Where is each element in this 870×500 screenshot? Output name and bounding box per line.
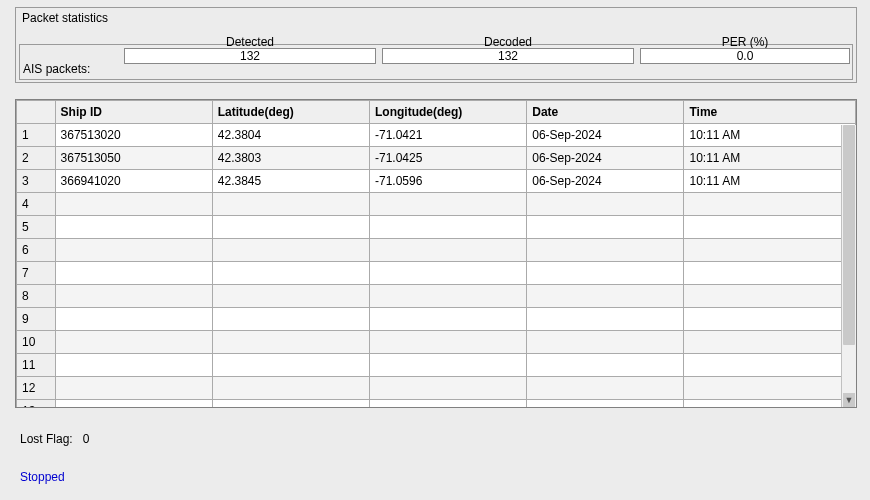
cell-latitude[interactable]: 42.3804 (212, 124, 369, 147)
cell-ship-id[interactable] (55, 216, 212, 239)
row-index[interactable]: 5 (17, 216, 56, 239)
cell-ship-id[interactable] (55, 400, 212, 408)
cell-ship-id[interactable] (55, 262, 212, 285)
cell-date[interactable] (527, 354, 684, 377)
cell-time[interactable] (684, 308, 856, 331)
header-ship-id[interactable]: Ship ID (55, 101, 212, 124)
cell-time[interactable]: 10:11 AM (684, 147, 856, 170)
cell-ship-id[interactable] (55, 239, 212, 262)
cell-date[interactable] (527, 331, 684, 354)
cell-time[interactable] (684, 354, 856, 377)
cell-latitude[interactable]: 42.3803 (212, 147, 369, 170)
header-index[interactable] (17, 101, 56, 124)
table-row[interactable]: 8 (17, 285, 856, 308)
table-row[interactable]: 7 (17, 262, 856, 285)
table-row[interactable]: 6 (17, 239, 856, 262)
cell-ship-id[interactable]: 366941020 (55, 170, 212, 193)
table-row[interactable]: 13 (17, 400, 856, 408)
table-row[interactable]: 9 (17, 308, 856, 331)
scrollbar-thumb[interactable] (843, 125, 855, 345)
row-index[interactable]: 9 (17, 308, 56, 331)
row-index[interactable]: 1 (17, 124, 56, 147)
table-row[interactable]: 136751302042.3804-71.042106-Sep-202410:1… (17, 124, 856, 147)
table-row[interactable]: 10 (17, 331, 856, 354)
cell-latitude[interactable] (212, 400, 369, 408)
cell-latitude[interactable] (212, 308, 369, 331)
table-row[interactable]: 5 (17, 216, 856, 239)
row-index[interactable]: 4 (17, 193, 56, 216)
header-date[interactable]: Date (527, 101, 684, 124)
cell-latitude[interactable] (212, 285, 369, 308)
cell-time[interactable] (684, 331, 856, 354)
cell-ship-id[interactable]: 367513020 (55, 124, 212, 147)
row-index[interactable]: 13 (17, 400, 56, 408)
cell-date[interactable]: 06-Sep-2024 (527, 124, 684, 147)
cell-longitude[interactable]: -71.0596 (370, 170, 527, 193)
cell-time[interactable] (684, 400, 856, 408)
cell-time[interactable] (684, 262, 856, 285)
row-index[interactable]: 10 (17, 331, 56, 354)
cell-date[interactable] (527, 308, 684, 331)
cell-date[interactable]: 06-Sep-2024 (527, 147, 684, 170)
cell-time[interactable]: 10:11 AM (684, 170, 856, 193)
cell-longitude[interactable] (370, 400, 527, 408)
table-row[interactable]: 12 (17, 377, 856, 400)
cell-ship-id[interactable]: 367513050 (55, 147, 212, 170)
cell-date[interactable] (527, 262, 684, 285)
row-index[interactable]: 3 (17, 170, 56, 193)
cell-longitude[interactable] (370, 262, 527, 285)
cell-longitude[interactable] (370, 377, 527, 400)
row-index[interactable]: 6 (17, 239, 56, 262)
cell-ship-id[interactable] (55, 331, 212, 354)
cell-latitude[interactable] (212, 216, 369, 239)
cell-date[interactable] (527, 285, 684, 308)
cell-longitude[interactable] (370, 239, 527, 262)
cell-date[interactable] (527, 377, 684, 400)
header-time[interactable]: Time (684, 101, 856, 124)
cell-ship-id[interactable] (55, 193, 212, 216)
cell-date[interactable] (527, 216, 684, 239)
scroll-down-arrow[interactable]: ▼ (843, 393, 855, 407)
cell-latitude[interactable] (212, 331, 369, 354)
cell-time[interactable] (684, 239, 856, 262)
cell-longitude[interactable]: -71.0425 (370, 147, 527, 170)
cell-date[interactable] (527, 400, 684, 408)
cell-longitude[interactable] (370, 308, 527, 331)
cell-longitude[interactable]: -71.0421 (370, 124, 527, 147)
cell-date[interactable]: 06-Sep-2024 (527, 170, 684, 193)
cell-ship-id[interactable] (55, 377, 212, 400)
cell-longitude[interactable] (370, 216, 527, 239)
cell-time[interactable] (684, 377, 856, 400)
row-index[interactable]: 7 (17, 262, 56, 285)
table-row[interactable]: 11 (17, 354, 856, 377)
cell-longitude[interactable] (370, 285, 527, 308)
cell-latitude[interactable] (212, 193, 369, 216)
cell-latitude[interactable] (212, 354, 369, 377)
cell-longitude[interactable] (370, 193, 527, 216)
cell-latitude[interactable]: 42.3845 (212, 170, 369, 193)
table-row[interactable]: 236751305042.3803-71.042506-Sep-202410:1… (17, 147, 856, 170)
cell-latitude[interactable] (212, 262, 369, 285)
cell-time[interactable] (684, 216, 856, 239)
cell-ship-id[interactable] (55, 354, 212, 377)
cell-latitude[interactable] (212, 239, 369, 262)
cell-time[interactable] (684, 193, 856, 216)
header-latitude[interactable]: Latitude(deg) (212, 101, 369, 124)
table-row[interactable]: 336694102042.3845-71.059606-Sep-202410:1… (17, 170, 856, 193)
row-index[interactable]: 2 (17, 147, 56, 170)
cell-date[interactable] (527, 239, 684, 262)
row-index[interactable]: 12 (17, 377, 56, 400)
row-index[interactable]: 8 (17, 285, 56, 308)
cell-latitude[interactable] (212, 377, 369, 400)
cell-date[interactable] (527, 193, 684, 216)
cell-longitude[interactable] (370, 354, 527, 377)
vertical-scrollbar[interactable]: ▼ (841, 125, 856, 407)
row-index[interactable]: 11 (17, 354, 56, 377)
cell-ship-id[interactable] (55, 285, 212, 308)
table-row[interactable]: 4 (17, 193, 856, 216)
header-longitude[interactable]: Longitude(deg) (370, 101, 527, 124)
cell-ship-id[interactable] (55, 308, 212, 331)
cell-time[interactable] (684, 285, 856, 308)
cell-longitude[interactable] (370, 331, 527, 354)
ship-table[interactable]: Ship ID Latitude(deg) Longitude(deg) Dat… (16, 100, 856, 407)
